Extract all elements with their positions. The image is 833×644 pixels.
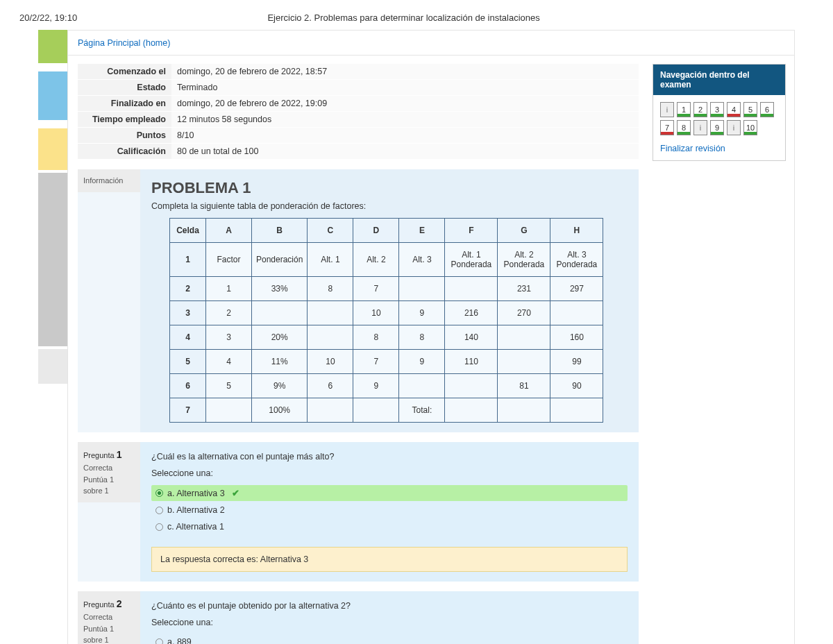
matrix-header: G [498, 219, 550, 243]
breadcrumb-home-link[interactable]: Página Principal (home) [78, 38, 170, 48]
page-title: Ejercicio 2. Problemas para determinar l… [267, 12, 539, 23]
matrix-cell [206, 398, 252, 423]
matrix-header: F [445, 219, 498, 243]
matrix-cell [445, 374, 498, 398]
check-icon: ✔ [232, 488, 239, 498]
summary-label: Tiempo empleado [78, 112, 171, 128]
matrix-cell: 6 [308, 374, 353, 398]
problem-instruction: Completa la siguiente tabla de ponderaci… [151, 201, 628, 211]
matrix-cell: 3 [170, 301, 206, 325]
q-number: 1 [117, 449, 122, 460]
q1-prompt: ¿Cuál es la alternativa con el puntaje m… [151, 452, 628, 461]
summary-value: Terminado [171, 80, 639, 96]
matrix-cell: 297 [550, 277, 603, 301]
q-score: Puntúa 1 sobre 1 [83, 475, 114, 495]
matrix-cell: 99 [550, 350, 603, 374]
summary-label: Finalizado en [78, 96, 171, 112]
radio-icon [155, 523, 163, 531]
answer-text: a. 889 [167, 637, 192, 644]
matrix-cell: 7 [353, 277, 399, 301]
answer-option[interactable]: a. Alternativa 3✔ [151, 485, 628, 501]
quiz-nav-button[interactable]: 10 [743, 120, 757, 135]
summary-label: Puntos [78, 128, 171, 144]
quiz-nav-button[interactable]: i [660, 102, 674, 117]
matrix-cell: Total: [399, 398, 445, 423]
quiz-nav-button[interactable]: 3 [710, 102, 724, 117]
matrix-cell: 81 [498, 374, 550, 398]
quiz-nav-label: i [666, 105, 668, 114]
print-datetime: 20/2/22, 19:10 [19, 12, 77, 23]
summary-value: 12 minutos 58 segundos [171, 112, 639, 128]
matrix-cell [445, 398, 498, 423]
q1-feedback: La respuesta correcta es: Alternativa 3 [151, 547, 628, 572]
q-number: 2 [117, 598, 122, 609]
quiz-nav-button[interactable]: 1 [677, 102, 691, 117]
matrix-cell: 9 [353, 374, 399, 398]
matrix-cell: 231 [498, 277, 550, 301]
matrix-cell [308, 398, 353, 423]
matrix-cell [308, 301, 353, 325]
summary-value: 80 de un total de 100 [171, 144, 639, 160]
matrix-cell: Alt. 3 [399, 243, 445, 277]
summary-value: domingo, 20 de febrero de 2022, 18:57 [171, 64, 639, 80]
summary-label: Calificación [78, 144, 171, 160]
matrix-cell: 5 [206, 374, 252, 398]
quiz-nav-button[interactable]: i [693, 120, 707, 135]
matrix-cell: 140 [445, 325, 498, 350]
matrix-cell [445, 277, 498, 301]
quiz-nav-button[interactable]: 4 [727, 102, 741, 117]
matrix-cell [550, 398, 603, 423]
quiz-nav-button[interactable]: 8 [677, 120, 691, 135]
quiz-nav-label: 5 [748, 105, 752, 114]
quiz-nav-label: 2 [698, 105, 702, 114]
answer-option[interactable]: c. Alternativa 1 [151, 519, 628, 534]
matrix-header: H [550, 219, 603, 243]
matrix-cell: 8 [399, 325, 445, 350]
matrix-cell: Alt. 2 Ponderada [498, 243, 550, 277]
matrix-cell: Alt. 1 [308, 243, 353, 277]
finish-review-link[interactable]: Finalizar revisión [660, 144, 725, 153]
matrix-cell: 4 [206, 350, 252, 374]
matrix-cell: Ponderación [252, 243, 308, 277]
info-side-label: Información [78, 169, 140, 192]
answer-option[interactable]: a. 889 [151, 634, 628, 644]
q-label: Pregunta [83, 451, 115, 459]
matrix-cell [399, 374, 445, 398]
q-score: Puntúa 1 sobre 1 [83, 625, 114, 645]
matrix-cell: 110 [445, 350, 498, 374]
matrix-cell: Alt. 3 Ponderada [550, 243, 603, 277]
matrix-cell [252, 301, 308, 325]
matrix-cell: 100% [252, 398, 308, 423]
answer-option[interactable]: b. Alternativa 2 [151, 502, 628, 518]
matrix-cell: 6 [170, 374, 206, 398]
matrix-header: C [308, 219, 353, 243]
summary-label: Estado [78, 80, 171, 96]
quiz-nav-button[interactable]: 9 [710, 120, 724, 135]
q2-prompt: ¿Cuánto es el puntaje obtenido por la al… [151, 601, 628, 611]
quiz-nav-label: 1 [682, 105, 686, 114]
quiz-nav-label: i [733, 124, 734, 132]
quiz-nav-title: Navegación dentro del examen [653, 65, 785, 95]
matrix-cell [498, 325, 550, 350]
matrix-cell: 7 [353, 350, 399, 374]
quiz-nav-button[interactable]: 2 [693, 102, 707, 117]
summary-table: Comenzado eldomingo, 20 de febrero de 20… [78, 64, 639, 160]
quiz-nav-button[interactable]: 5 [743, 102, 757, 117]
matrix-cell: 2 [206, 301, 252, 325]
matrix-cell [353, 398, 399, 423]
quiz-nav-button[interactable]: 6 [760, 102, 774, 117]
matrix-cell: 8 [308, 277, 353, 301]
matrix-cell: 216 [445, 301, 498, 325]
matrix-cell: 7 [170, 398, 206, 423]
matrix-cell: 4 [170, 325, 206, 350]
quiz-nav-label: 7 [665, 124, 669, 132]
factor-table: CeldaABCDEFGH1FactorPonderaciónAlt. 1Alt… [169, 218, 603, 423]
quiz-nav-button[interactable]: i [727, 120, 741, 135]
quiz-nav-label: 6 [765, 105, 769, 114]
quiz-nav-button[interactable]: 7 [660, 120, 674, 135]
left-color-strip [38, 30, 67, 384]
matrix-cell: 33% [252, 277, 308, 301]
matrix-cell: Factor [206, 243, 252, 277]
quiz-nav-label: i [700, 124, 701, 132]
matrix-cell: Alt. 2 [353, 243, 399, 277]
